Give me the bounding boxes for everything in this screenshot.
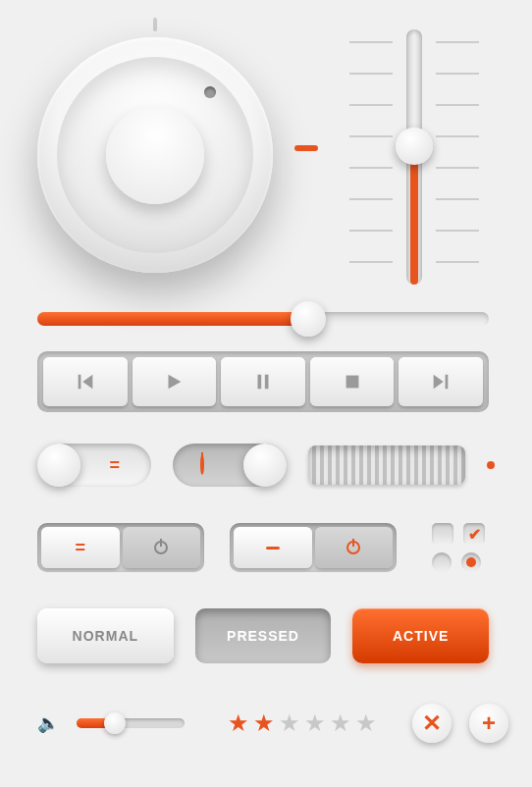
volume-icon: 🔈	[37, 712, 59, 734]
play-button[interactable]	[133, 357, 217, 406]
rotary-knob[interactable]	[37, 37, 273, 273]
radio-b[interactable]	[461, 552, 481, 572]
media-control-bar	[37, 351, 489, 412]
checkbox-b[interactable]: ✔	[463, 523, 485, 545]
radio-a[interactable]	[432, 552, 452, 572]
pressed-button[interactable]: PRESSED	[195, 608, 332, 663]
add-button[interactable]: +	[469, 704, 508, 743]
segment-b-power[interactable]	[315, 527, 394, 568]
close-icon: ✕	[422, 709, 442, 737]
vertical-slider[interactable]	[346, 29, 483, 285]
pause-button[interactable]	[221, 357, 305, 406]
checkbox-a[interactable]	[432, 523, 453, 545]
star-icon[interactable]: ★	[304, 709, 326, 737]
prev-button[interactable]	[43, 357, 128, 406]
plus-icon: +	[482, 709, 496, 737]
star-icon[interactable]: ★	[330, 709, 351, 737]
power-icon	[154, 541, 168, 554]
minus-icon	[266, 547, 280, 550]
equals-icon: =	[109, 455, 120, 476]
indicator-dot	[487, 461, 495, 469]
stop-button[interactable]	[310, 357, 395, 406]
segment-a-equals[interactable]: =	[41, 527, 120, 568]
toggle-switch-a[interactable]: =	[37, 444, 151, 487]
star-icon[interactable]: ★	[228, 709, 249, 737]
power-icon	[346, 541, 360, 554]
active-button[interactable]: ACTIVE	[352, 608, 489, 663]
seek-fill	[37, 312, 308, 326]
star-rating[interactable]: ★ ★ ★ ★ ★ ★	[228, 709, 377, 737]
star-icon[interactable]: ★	[253, 709, 275, 737]
toggle-switch-b[interactable]	[173, 444, 287, 487]
volume-thumb[interactable]	[104, 712, 126, 734]
power-icon	[200, 456, 204, 474]
segmented-control-a: =	[37, 523, 204, 572]
normal-button[interactable]: NORMAL	[37, 608, 174, 663]
equals-icon: =	[75, 538, 85, 558]
knob-indicator-dot	[204, 86, 216, 98]
seek-thumb[interactable]	[291, 301, 326, 337]
segmented-control-b	[230, 523, 397, 572]
close-button[interactable]: ✕	[412, 704, 452, 743]
scroll-wheel[interactable]	[308, 446, 465, 485]
seek-slider[interactable]	[37, 304, 489, 334]
next-button[interactable]	[399, 357, 483, 406]
knob-tick-top	[153, 18, 157, 31]
star-icon[interactable]: ★	[355, 709, 377, 737]
star-icon[interactable]: ★	[279, 709, 300, 737]
vertical-slider-thumb[interactable]	[396, 128, 433, 165]
volume-slider[interactable]	[77, 718, 185, 728]
segment-a-power[interactable]	[123, 527, 201, 568]
segment-b-minus[interactable]	[234, 527, 312, 568]
knob-tick-right	[294, 145, 318, 151]
